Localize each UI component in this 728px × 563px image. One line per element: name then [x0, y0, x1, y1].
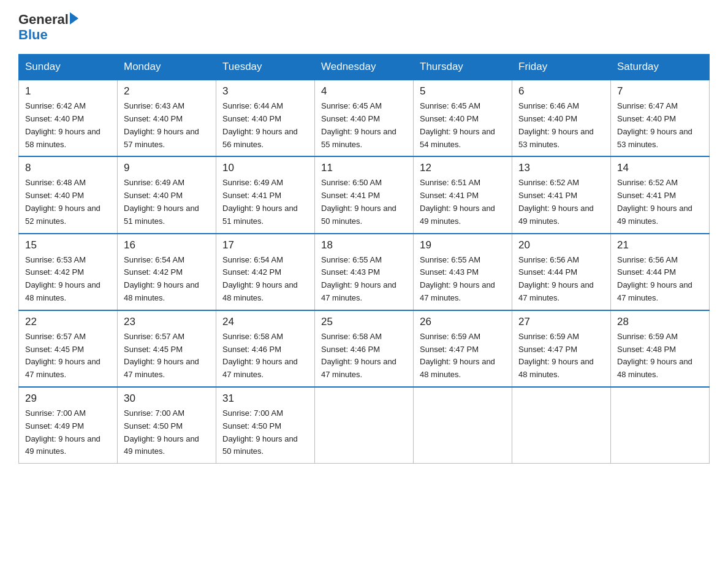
day-number: 13	[518, 162, 604, 174]
day-number: 16	[124, 239, 210, 251]
day-cell-28: 28Sunrise: 6:59 AMSunset: 4:48 PMDayligh…	[611, 310, 710, 387]
day-cell-14: 14Sunrise: 6:52 AMSunset: 4:41 PMDayligh…	[611, 156, 710, 233]
day-info: Sunrise: 6:52 AMSunset: 4:41 PMDaylight:…	[617, 177, 703, 228]
day-number: 4	[321, 85, 407, 98]
day-number: 21	[617, 239, 703, 251]
day-info: Sunrise: 6:48 AMSunset: 4:40 PMDaylight:…	[25, 177, 111, 228]
day-info: Sunrise: 6:53 AMSunset: 4:42 PMDaylight:…	[25, 254, 111, 305]
day-info: Sunrise: 6:46 AMSunset: 4:40 PMDaylight:…	[518, 100, 604, 151]
day-number: 24	[222, 316, 308, 328]
day-number: 31	[222, 393, 308, 405]
day-number: 14	[617, 162, 703, 174]
day-info: Sunrise: 6:44 AMSunset: 4:40 PMDaylight:…	[222, 100, 308, 151]
day-info: Sunrise: 6:57 AMSunset: 4:45 PMDaylight:…	[124, 331, 210, 381]
day-number: 15	[25, 239, 111, 251]
day-info: Sunrise: 6:50 AMSunset: 4:41 PMDaylight:…	[321, 177, 407, 228]
day-cell-25: 25Sunrise: 6:58 AMSunset: 4:46 PMDayligh…	[315, 310, 414, 387]
day-info: Sunrise: 6:52 AMSunset: 4:41 PMDaylight:…	[518, 177, 604, 228]
day-number: 28	[617, 316, 703, 328]
logo: General Blue	[18, 12, 78, 43]
day-cell-15: 15Sunrise: 6:53 AMSunset: 4:42 PMDayligh…	[19, 234, 118, 310]
logo-text-general: General	[18, 12, 69, 27]
day-info: Sunrise: 6:45 AMSunset: 4:40 PMDaylight:…	[420, 100, 506, 151]
day-info: Sunrise: 6:57 AMSunset: 4:45 PMDaylight:…	[25, 331, 111, 381]
day-info: Sunrise: 6:49 AMSunset: 4:40 PMDaylight:…	[124, 177, 210, 228]
page-header: General Blue	[18, 12, 710, 43]
week-row-3: 15Sunrise: 6:53 AMSunset: 4:42 PMDayligh…	[19, 234, 710, 310]
day-info: Sunrise: 6:59 AMSunset: 4:48 PMDaylight:…	[617, 331, 703, 381]
day-info: Sunrise: 6:49 AMSunset: 4:41 PMDaylight:…	[222, 177, 308, 228]
day-cell-2: 2Sunrise: 6:43 AMSunset: 4:40 PMDaylight…	[118, 80, 216, 156]
day-cell-19: 19Sunrise: 6:55 AMSunset: 4:43 PMDayligh…	[414, 234, 512, 310]
empty-cell	[611, 387, 710, 464]
empty-cell	[315, 387, 414, 464]
day-number: 1	[25, 85, 111, 98]
day-number: 6	[518, 85, 604, 98]
day-number: 19	[420, 239, 506, 251]
weekday-header-tuesday: Tuesday	[216, 55, 315, 80]
day-info: Sunrise: 7:00 AMSunset: 4:50 PMDaylight:…	[222, 407, 308, 458]
day-info: Sunrise: 6:58 AMSunset: 4:46 PMDaylight:…	[222, 331, 308, 381]
day-number: 26	[420, 316, 506, 328]
day-number: 5	[420, 85, 506, 98]
day-info: Sunrise: 6:59 AMSunset: 4:47 PMDaylight:…	[420, 331, 506, 381]
day-cell-7: 7Sunrise: 6:47 AMSunset: 4:40 PMDaylight…	[611, 80, 710, 156]
week-row-5: 29Sunrise: 7:00 AMSunset: 4:49 PMDayligh…	[19, 387, 710, 464]
day-cell-1: 1Sunrise: 6:42 AMSunset: 4:40 PMDaylight…	[19, 80, 118, 156]
day-number: 27	[518, 316, 604, 328]
day-number: 18	[321, 239, 407, 251]
weekday-header-monday: Monday	[118, 55, 216, 80]
empty-cell	[512, 387, 611, 464]
day-info: Sunrise: 6:42 AMSunset: 4:40 PMDaylight:…	[25, 100, 111, 151]
weekday-header-friday: Friday	[512, 55, 611, 80]
day-cell-18: 18Sunrise: 6:55 AMSunset: 4:43 PMDayligh…	[315, 234, 414, 310]
day-cell-21: 21Sunrise: 6:56 AMSunset: 4:44 PMDayligh…	[611, 234, 710, 310]
logo-text-blue: Blue	[18, 27, 78, 43]
day-number: 9	[124, 162, 210, 174]
day-cell-8: 8Sunrise: 6:48 AMSunset: 4:40 PMDaylight…	[19, 156, 118, 233]
day-info: Sunrise: 6:55 AMSunset: 4:43 PMDaylight:…	[420, 254, 506, 305]
week-row-1: 1Sunrise: 6:42 AMSunset: 4:40 PMDaylight…	[19, 80, 710, 156]
day-info: Sunrise: 7:00 AMSunset: 4:49 PMDaylight:…	[25, 407, 111, 458]
day-cell-20: 20Sunrise: 6:56 AMSunset: 4:44 PMDayligh…	[512, 234, 611, 310]
day-info: Sunrise: 6:58 AMSunset: 4:46 PMDaylight:…	[321, 331, 407, 381]
day-number: 22	[25, 316, 111, 328]
day-info: Sunrise: 6:54 AMSunset: 4:42 PMDaylight:…	[222, 254, 308, 305]
week-row-4: 22Sunrise: 6:57 AMSunset: 4:45 PMDayligh…	[19, 310, 710, 387]
day-cell-17: 17Sunrise: 6:54 AMSunset: 4:42 PMDayligh…	[216, 234, 315, 310]
day-cell-10: 10Sunrise: 6:49 AMSunset: 4:41 PMDayligh…	[216, 156, 315, 233]
day-number: 3	[222, 85, 308, 98]
day-number: 30	[124, 393, 210, 405]
week-row-2: 8Sunrise: 6:48 AMSunset: 4:40 PMDaylight…	[19, 156, 710, 233]
day-cell-11: 11Sunrise: 6:50 AMSunset: 4:41 PMDayligh…	[315, 156, 414, 233]
day-info: Sunrise: 6:59 AMSunset: 4:47 PMDaylight:…	[518, 331, 604, 381]
day-cell-31: 31Sunrise: 7:00 AMSunset: 4:50 PMDayligh…	[216, 387, 315, 464]
day-number: 17	[222, 239, 308, 251]
weekday-header-thursday: Thursday	[414, 55, 512, 80]
day-info: Sunrise: 6:45 AMSunset: 4:40 PMDaylight:…	[321, 100, 407, 151]
day-cell-26: 26Sunrise: 6:59 AMSunset: 4:47 PMDayligh…	[414, 310, 512, 387]
day-info: Sunrise: 6:47 AMSunset: 4:40 PMDaylight:…	[617, 100, 703, 151]
day-number: 12	[420, 162, 506, 174]
day-number: 8	[25, 162, 111, 174]
day-info: Sunrise: 6:56 AMSunset: 4:44 PMDaylight:…	[518, 254, 604, 305]
weekday-header-sunday: Sunday	[19, 55, 118, 80]
day-cell-3: 3Sunrise: 6:44 AMSunset: 4:40 PMDaylight…	[216, 80, 315, 156]
day-cell-13: 13Sunrise: 6:52 AMSunset: 4:41 PMDayligh…	[512, 156, 611, 233]
calendar-table: SundayMondayTuesdayWednesdayThursdayFrid…	[18, 54, 710, 464]
weekday-header-wednesday: Wednesday	[315, 55, 414, 80]
empty-cell	[414, 387, 512, 464]
day-number: 29	[25, 393, 111, 405]
day-number: 20	[518, 239, 604, 251]
day-cell-12: 12Sunrise: 6:51 AMSunset: 4:41 PMDayligh…	[414, 156, 512, 233]
logo-arrow-icon	[70, 12, 78, 25]
day-info: Sunrise: 7:00 AMSunset: 4:50 PMDaylight:…	[124, 407, 210, 458]
day-cell-6: 6Sunrise: 6:46 AMSunset: 4:40 PMDaylight…	[512, 80, 611, 156]
day-cell-5: 5Sunrise: 6:45 AMSunset: 4:40 PMDaylight…	[414, 80, 512, 156]
day-cell-4: 4Sunrise: 6:45 AMSunset: 4:40 PMDaylight…	[315, 80, 414, 156]
day-info: Sunrise: 6:51 AMSunset: 4:41 PMDaylight:…	[420, 177, 506, 228]
day-cell-23: 23Sunrise: 6:57 AMSunset: 4:45 PMDayligh…	[118, 310, 216, 387]
day-number: 11	[321, 162, 407, 174]
day-cell-16: 16Sunrise: 6:54 AMSunset: 4:42 PMDayligh…	[118, 234, 216, 310]
day-number: 10	[222, 162, 308, 174]
